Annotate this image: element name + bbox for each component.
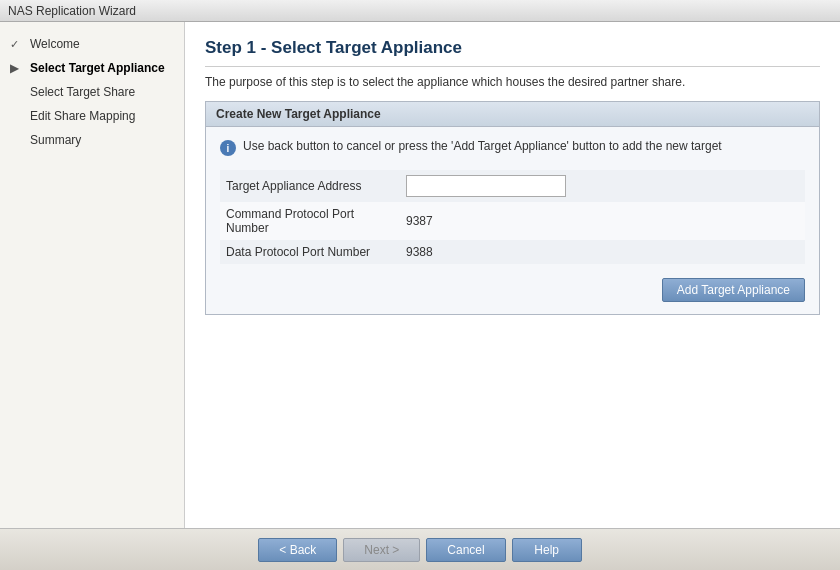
panel-body: i Use back button to cancel or press the… xyxy=(206,127,819,314)
info-icon: i xyxy=(220,140,236,156)
info-text: Use back button to cancel or press the '… xyxy=(243,139,722,153)
sidebar-item-label: Select Target Appliance xyxy=(30,61,165,75)
sidebar-item-label: Welcome xyxy=(30,37,80,51)
table-row: Target Appliance Address xyxy=(220,170,805,202)
main-container: ✓ Welcome ▶ Select Target Appliance Sele… xyxy=(0,22,840,528)
button-row-right: Add Target Appliance xyxy=(220,278,805,302)
next-button[interactable]: Next > xyxy=(343,538,420,562)
footer: < Back Next > Cancel Help xyxy=(0,528,840,570)
field-input-target-address[interactable] xyxy=(400,170,805,202)
table-row: Command Protocol Port Number 9387 xyxy=(220,202,805,240)
sidebar-item-select-target-appliance[interactable]: ▶ Select Target Appliance xyxy=(0,56,184,80)
check-icon: ✓ xyxy=(10,38,24,51)
field-value-command-port: 9387 xyxy=(400,202,805,240)
field-label-target-address: Target Appliance Address xyxy=(220,170,400,202)
sidebar-item-label: Select Target Share xyxy=(30,85,135,99)
sidebar-item-summary[interactable]: Summary xyxy=(0,128,184,152)
page-title: Step 1 - Select Target Appliance xyxy=(205,38,820,67)
arrow-icon: ▶ xyxy=(10,62,24,75)
create-appliance-panel: Create New Target Appliance i Use back b… xyxy=(205,101,820,315)
target-appliance-address-input[interactable] xyxy=(406,175,566,197)
title-bar-label: NAS Replication Wizard xyxy=(8,4,136,18)
sidebar: ✓ Welcome ▶ Select Target Appliance Sele… xyxy=(0,22,185,528)
content-area: Step 1 - Select Target Appliance The pur… xyxy=(185,22,840,528)
table-row: Data Protocol Port Number 9388 xyxy=(220,240,805,264)
info-row: i Use back button to cancel or press the… xyxy=(220,139,805,156)
sidebar-item-edit-share-mapping[interactable]: Edit Share Mapping xyxy=(0,104,184,128)
page-description: The purpose of this step is to select th… xyxy=(205,75,820,89)
cancel-button[interactable]: Cancel xyxy=(426,538,505,562)
field-label-command-port: Command Protocol Port Number xyxy=(220,202,400,240)
add-target-appliance-button[interactable]: Add Target Appliance xyxy=(662,278,805,302)
sidebar-item-label: Edit Share Mapping xyxy=(30,109,135,123)
help-button[interactable]: Help xyxy=(512,538,582,562)
sidebar-item-welcome[interactable]: ✓ Welcome xyxy=(0,32,184,56)
sidebar-item-label: Summary xyxy=(30,133,81,147)
back-button[interactable]: < Back xyxy=(258,538,337,562)
sidebar-item-select-target-share[interactable]: Select Target Share xyxy=(0,80,184,104)
title-bar: NAS Replication Wizard xyxy=(0,0,840,22)
field-label-data-port: Data Protocol Port Number xyxy=(220,240,400,264)
panel-header: Create New Target Appliance xyxy=(206,102,819,127)
form-table: Target Appliance Address Command Protoco… xyxy=(220,170,805,264)
field-value-data-port: 9388 xyxy=(400,240,805,264)
